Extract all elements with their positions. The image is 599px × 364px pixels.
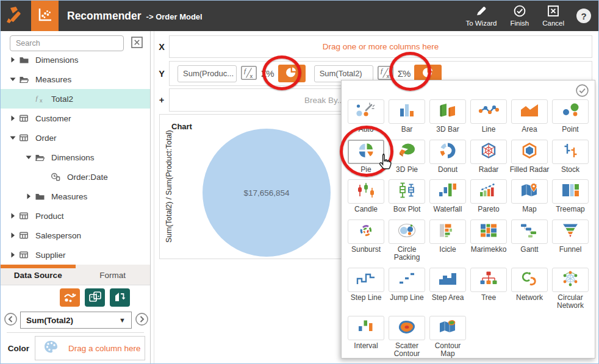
- tab-data-source[interactable]: Data Source: [1, 265, 76, 285]
- chart-type-gantt[interactable]: [511, 219, 548, 244]
- tab-format[interactable]: Format: [76, 265, 151, 285]
- chart-type-sunburst[interactable]: [348, 219, 384, 244]
- chart-type-icicle[interactable]: [429, 219, 466, 244]
- waterfall-chart-icon: [436, 182, 460, 201]
- tree-item-total2[interactable]: fx Total2: [1, 89, 150, 109]
- chart-type-interval[interactable]: [348, 316, 384, 340]
- active-tab-indicator: [1, 265, 76, 268]
- chevron-down-icon[interactable]: [24, 152, 34, 162]
- chart-type-cell-funnel: Funnel: [552, 219, 589, 262]
- palette-icon: [44, 340, 59, 356]
- chevron-right-icon[interactable]: [8, 250, 18, 260]
- chart-type-stock[interactable]: [552, 140, 589, 164]
- chevron-down-icon[interactable]: [8, 133, 18, 143]
- chart-type-step-line[interactable]: [348, 268, 384, 292]
- tree-item-customer[interactable]: Customer: [1, 109, 150, 128]
- y-field-chip-1[interactable]: Sum(Produc...: [178, 65, 237, 82]
- chart-type-radar[interactable]: [470, 140, 507, 164]
- chart-type-scatter-contour[interactable]: [389, 316, 425, 340]
- clear-search-button[interactable]: [129, 36, 144, 51]
- chart-type-label: Icicle: [425, 246, 471, 254]
- color-dropzone[interactable]: Drag a column here: [35, 336, 145, 360]
- chevron-right-icon[interactable]: [8, 113, 18, 123]
- chart-type-auto[interactable]: [348, 99, 384, 124]
- chevron-right-icon[interactable]: [8, 230, 18, 240]
- date-icon: [49, 172, 62, 182]
- chart-type-donut[interactable]: [429, 140, 466, 164]
- chart-type-label: Jump Line: [384, 294, 430, 302]
- chart-type-step-area[interactable]: [429, 268, 466, 292]
- dice-tool-button[interactable]: [85, 288, 105, 307]
- chevron-right-icon[interactable]: [8, 211, 18, 221]
- chart-app-tab[interactable]: [31, 1, 59, 31]
- chart-type-treemap[interactable]: [552, 179, 589, 204]
- chart-type-3d-bar[interactable]: [429, 99, 466, 124]
- tree-item-measures[interactable]: Measures: [1, 187, 150, 206]
- chevron-right-icon[interactable]: [8, 55, 18, 65]
- tree-item-dimensions[interactable]: Dimensions: [1, 50, 150, 70]
- folder-open-icon: [18, 74, 30, 84]
- to-wizard-button[interactable]: To Wizard: [465, 5, 497, 27]
- scatter-icon: [63, 291, 77, 305]
- chevron-down-icon[interactable]: [8, 74, 18, 84]
- chart-type-cell-filled-radar: Filled Radar: [511, 140, 548, 174]
- chart-type-jump-line[interactable]: [389, 268, 425, 292]
- chart-type-bar[interactable]: [389, 99, 425, 124]
- header-actions: To Wizard Finish Cancel: [465, 5, 564, 27]
- page-title: Recommender -> Order Model: [67, 10, 203, 23]
- visualization-tools: [60, 288, 130, 307]
- finish-button[interactable]: Finish: [511, 5, 529, 27]
- chart-type-contour-map[interactable]: [429, 316, 466, 340]
- chart-type-marimekko[interactable]: [470, 219, 507, 244]
- cancel-button[interactable]: Cancel: [542, 5, 564, 27]
- chart-type-map[interactable]: [511, 179, 548, 204]
- chart-type-filled-radar[interactable]: [511, 140, 548, 164]
- tree-item-dimensions[interactable]: Dimensions: [1, 148, 150, 167]
- add-row-label: +: [154, 95, 169, 105]
- chart-type-circle-packing[interactable]: [389, 219, 425, 244]
- scatter-tool-button[interactable]: [60, 288, 80, 307]
- chart-type-area[interactable]: [511, 99, 548, 124]
- chevron-left-circle-icon: [4, 312, 18, 328]
- chart-type-cell-interval: Interval: [348, 316, 384, 359]
- chart-type-cell-circular-network: Circular Network: [552, 268, 589, 310]
- previous-measure-button[interactable]: [3, 313, 18, 327]
- check-circle-icon[interactable]: [575, 84, 589, 100]
- chart-type-label: Sunburst: [343, 246, 389, 254]
- tree-item-salesperson[interactable]: Salesperson: [1, 226, 150, 245]
- chart-type-label: 3D Bar: [425, 126, 471, 134]
- chart-type-cell-stock: Stock: [552, 140, 589, 174]
- color-slot-row: Color Drag a column here: [1, 336, 145, 360]
- x-axis-dropzone[interactable]: Drag one or more columns here: [169, 35, 592, 58]
- chart-type-pareto[interactable]: [470, 179, 507, 204]
- measure-select[interactable]: Sum(Total2) ▼: [20, 312, 132, 329]
- chart-type-candle[interactable]: [348, 179, 384, 204]
- chart-type-3d-pie[interactable]: [389, 140, 425, 164]
- flip-tool-button[interactable]: [110, 288, 130, 307]
- chart-type-label: Circle Packing: [384, 246, 430, 262]
- fx-icon: fx: [241, 66, 257, 82]
- chart-type-network[interactable]: [511, 268, 548, 292]
- chart-type-box-plot[interactable]: [389, 179, 425, 204]
- chevron-right-icon[interactable]: [24, 191, 34, 201]
- chart-type-point[interactable]: [552, 99, 589, 124]
- chart-type-cell-area: Area: [511, 99, 548, 134]
- chart-type-label: Tree: [465, 294, 512, 302]
- formula-button-1[interactable]: fx: [241, 66, 257, 82]
- chart-type-tree[interactable]: [470, 268, 507, 292]
- tree-item-measures[interactable]: Measures: [1, 70, 150, 89]
- tree-item-supplier[interactable]: Supplier: [1, 245, 150, 265]
- next-measure-button[interactable]: [134, 313, 149, 327]
- tree-item-order[interactable]: Order: [1, 128, 150, 148]
- tree-item-product[interactable]: Product: [1, 206, 150, 226]
- search-input[interactable]: [10, 35, 124, 51]
- chart-type-funnel[interactable]: [552, 219, 589, 244]
- chart-type-line[interactable]: [470, 99, 507, 124]
- help-button[interactable]: ?: [576, 9, 591, 23]
- chart-type-cell-box-plot: Box Plot: [389, 179, 425, 214]
- chart-type-label: Bar: [384, 126, 430, 134]
- chart-type-waterfall[interactable]: [429, 179, 466, 204]
- tree-item-order-date[interactable]: Order:Date: [1, 167, 150, 187]
- chart-type-label: Map: [506, 205, 553, 214]
- chart-type-circular-network[interactable]: [552, 268, 589, 292]
